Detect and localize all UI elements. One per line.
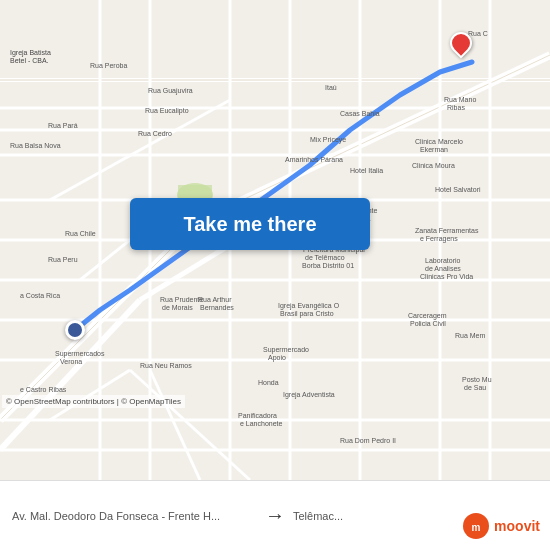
svg-text:Posto Mu: Posto Mu [462,376,492,383]
footer-arrow-icon: → [265,504,285,527]
svg-text:Supermercado: Supermercado [263,346,309,354]
start-marker [65,320,85,340]
svg-text:Apoio: Apoio [268,354,286,362]
svg-text:Rua Mano: Rua Mano [444,96,476,103]
svg-text:Rua Guajuvira: Rua Guajuvira [148,87,193,95]
svg-text:Rua Dom Pedro II: Rua Dom Pedro II [340,437,396,444]
svg-text:Clinicas Pro Vida: Clinicas Pro Vida [420,273,473,280]
svg-text:Rua Eucalipto: Rua Eucalipto [145,107,189,115]
end-marker [450,32,472,54]
map-attribution: © OpenStreetMap contributors | © OpenMap… [2,395,185,408]
svg-text:Rua Cedro: Rua Cedro [138,130,172,137]
svg-text:Bernandes: Bernandes [200,304,234,311]
svg-text:Rua Neu Ramos: Rua Neu Ramos [140,362,192,369]
svg-text:Mix Priceye: Mix Priceye [310,136,346,144]
svg-text:Rua Peroba: Rua Peroba [90,62,127,69]
footer-from-label: Av. Mal. Deodoro Da Fonseca - Frente H..… [12,510,257,522]
svg-text:Hotel Salvatori: Hotel Salvatori [435,186,481,193]
svg-text:Rua Mem: Rua Mem [455,332,486,339]
svg-text:Igreja Evangélica O: Igreja Evangélica O [278,302,340,310]
svg-text:Ekerman: Ekerman [420,146,448,153]
svg-text:Supermercados: Supermercados [55,350,105,358]
moovit-icon: m [462,512,490,540]
svg-text:Betel - CBA.: Betel - CBA. [10,57,49,64]
footer-bar: Av. Mal. Deodoro Da Fonseca - Frente H..… [0,480,550,550]
svg-text:de Analises: de Analises [425,265,461,272]
svg-text:m: m [472,522,481,533]
svg-text:Rua Balsa Nova: Rua Balsa Nova [10,142,61,149]
svg-text:Verona: Verona [60,358,82,365]
svg-text:Itaú: Itaú [325,84,337,91]
take-me-there-button[interactable]: Take me there [130,198,370,250]
map-view: Igreja Batista Betel - CBA. Rua Peroba R… [0,0,550,480]
svg-text:Rua Chile: Rua Chile [65,230,96,237]
svg-text:Amarinhos Párana: Amarinhos Párana [285,156,343,163]
svg-text:Laboratorio: Laboratorio [425,257,461,264]
take-me-there-label: Take me there [183,213,316,236]
svg-text:Rua Prudente: Rua Prudente [160,296,203,303]
svg-text:e Ferragens: e Ferragens [420,235,458,243]
svg-text:Honda: Honda [258,379,279,386]
svg-text:e Castro Ribas: e Castro Ribas [20,386,67,393]
app-container: Igreja Batista Betel - CBA. Rua Peroba R… [0,0,550,550]
moovit-logo: m moovit [462,512,540,540]
moovit-text: moovit [494,518,540,534]
footer-from: Av. Mal. Deodoro Da Fonseca - Frente H..… [12,510,257,522]
svg-text:Policia Civil: Policia Civil [410,320,446,327]
svg-text:Igreja Batista: Igreja Batista [10,49,51,57]
svg-text:de Sau: de Sau [464,384,486,391]
svg-text:Igreja Adventista: Igreja Adventista [283,391,335,399]
svg-text:Zanata Ferramentas: Zanata Ferramentas [415,227,479,234]
svg-text:Borba Distrito 01: Borba Distrito 01 [302,262,354,269]
svg-text:Clinica Marcelo: Clinica Marcelo [415,138,463,145]
svg-text:Clinica Moura: Clinica Moura [412,162,455,169]
svg-text:Rua Peru: Rua Peru [48,256,78,263]
svg-text:Carceragem: Carceragem [408,312,447,320]
svg-text:de Telêmaco: de Telêmaco [305,254,345,261]
svg-text:Panificadora: Panificadora [238,412,277,419]
svg-text:Rua Arthur: Rua Arthur [198,296,232,303]
svg-text:de Morais: de Morais [162,304,193,311]
svg-text:Rua Pará: Rua Pará [48,122,78,129]
svg-text:Hotel Italia: Hotel Italia [350,167,383,174]
svg-text:Casas Bahia: Casas Bahia [340,110,380,117]
svg-text:Brasil para Cristo: Brasil para Cristo [280,310,334,318]
svg-text:a Costa Rica: a Costa Rica [20,292,60,299]
svg-text:e Lanchonete: e Lanchonete [240,420,283,427]
svg-text:Ribas: Ribas [447,104,465,111]
